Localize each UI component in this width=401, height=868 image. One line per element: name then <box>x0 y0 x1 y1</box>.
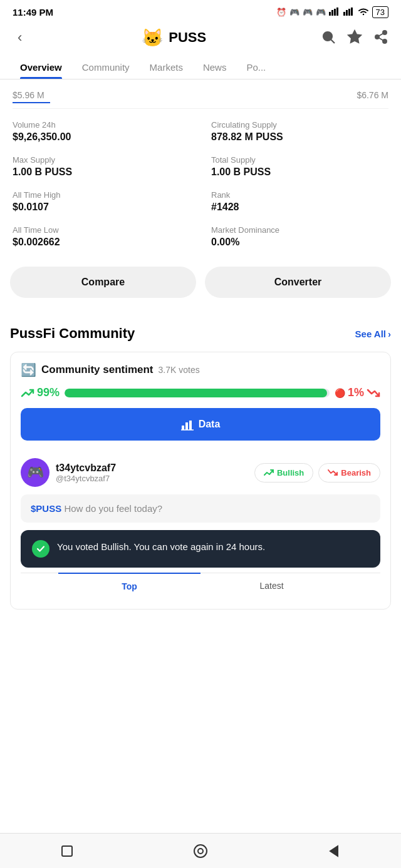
svg-rect-7 <box>351 8 353 16</box>
bullish-vote-button[interactable]: Bullish <box>254 463 313 483</box>
nav-square-button[interactable] <box>58 842 76 860</box>
user-card: 🎮 t34ytcvbzaf7 @t34ytcvbzaf7 Bullish <box>21 451 380 599</box>
question-text: How do you feel today? <box>64 503 162 514</box>
back-button[interactable]: ‹ <box>13 27 27 48</box>
compare-button[interactable]: Compare <box>10 267 196 298</box>
svg-line-15 <box>379 33 383 36</box>
stat-volume: Volume 24h $9,26,350.00 <box>13 114 200 149</box>
user-header: 🎮 t34ytcvbzaf7 @t34ytcvbzaf7 Bullish <box>21 458 380 487</box>
game-icon-3: 🎮 <box>316 8 326 17</box>
status-time: 11:49 PM <box>13 7 53 18</box>
system-nav-bar <box>0 833 401 868</box>
nav-home-button[interactable] <box>192 842 209 860</box>
signal-icon-2 <box>343 7 355 18</box>
svg-rect-20 <box>62 846 72 856</box>
star-icon <box>347 29 362 44</box>
bearish-vote-button[interactable]: Bearish <box>318 463 380 483</box>
bearish-vote-icon <box>328 469 338 477</box>
sentiment-card: 🔄 Community sentiment 3.7K votes 99% 🔴 1… <box>10 352 391 610</box>
sentiment-header: 🔄 Community sentiment 3.7K votes <box>21 362 380 377</box>
stat-all-time-high: All Time High $0.0107 <box>13 184 200 219</box>
ticker-label: $PUSS <box>31 503 61 514</box>
discord-icon: 🎮 <box>289 8 299 17</box>
svg-rect-0 <box>329 12 331 16</box>
bearish-diamond-icon: 🔴 <box>335 388 345 398</box>
sentiment-progress-bar <box>65 389 330 397</box>
data-button[interactable]: Data <box>21 408 380 441</box>
coin-name: PUSS <box>169 29 206 46</box>
toast-check-icon <box>32 540 49 558</box>
tab-community[interactable]: Community <box>72 56 140 79</box>
stat-market-dominance: Market Dominance 0.00% <box>200 219 388 254</box>
post-prompt-text: $PUSS How do you feel today? <box>31 503 370 514</box>
search-button[interactable] <box>321 29 336 46</box>
share-icon <box>373 29 388 44</box>
stat-max-supply: Max Supply 1.00 B PUSS <box>13 149 200 184</box>
sentiment-bar-row: 99% 🔴 1% <box>21 386 380 399</box>
coin-avatar: 🐱 <box>142 28 164 48</box>
svg-rect-18 <box>189 421 192 430</box>
post-tabs: Top Latest <box>21 573 380 599</box>
bullish-vote-icon <box>264 469 274 477</box>
svg-point-13 <box>383 39 387 43</box>
toast-notification: You voted Bullish. You can vote again in… <box>21 530 380 568</box>
stats-section: $5.96 M $6.76 M Volume 24h $9,26,350.00 … <box>0 79 401 254</box>
share-button[interactable] <box>373 29 388 46</box>
partial-left: $5.96 M <box>13 89 50 103</box>
svg-point-21 <box>194 845 207 857</box>
user-avatar: 🎮 <box>21 458 49 487</box>
partial-right: $6.76 M <box>357 89 388 103</box>
sentiment-gauge-icon: 🔄 <box>21 362 36 377</box>
status-bar: 11:49 PM ⏰ 🎮 🎮 🎮 <box>0 0 401 22</box>
post-prompt[interactable]: $PUSS How do you feel today? <box>21 494 380 523</box>
svg-marker-23 <box>330 846 338 856</box>
tab-top[interactable]: Top <box>58 573 200 599</box>
svg-rect-16 <box>182 426 184 430</box>
svg-rect-3 <box>336 8 338 16</box>
bullish-arrow-icon <box>21 387 34 399</box>
tabs-bar: Overview Community Markets News Po... <box>0 56 401 79</box>
blue-underline <box>13 102 50 103</box>
tab-news[interactable]: News <box>193 56 237 79</box>
user-name-block: t34ytcvbzaf7 @t34ytcvbzaf7 <box>56 462 116 483</box>
action-buttons-row: Compare Converter <box>0 254 401 303</box>
tab-markets[interactable]: Markets <box>140 56 193 79</box>
see-all-button[interactable]: See All › <box>355 329 391 339</box>
community-section-title: PussFi Community <box>10 325 135 342</box>
svg-point-8 <box>323 32 332 41</box>
nav-back-button[interactable] <box>325 842 343 860</box>
svg-rect-6 <box>348 9 350 16</box>
stats-grid: Volume 24h $9,26,350.00 Circulating Supp… <box>13 114 388 254</box>
converter-button[interactable]: Converter <box>205 267 391 298</box>
svg-rect-4 <box>343 12 345 16</box>
stat-rank: Rank #1428 <box>200 184 388 219</box>
user-info: 🎮 t34ytcvbzaf7 @t34ytcvbzaf7 <box>21 458 116 487</box>
search-icon <box>321 29 336 44</box>
vote-buttons: Bullish Bearish <box>254 463 380 483</box>
svg-point-22 <box>198 849 203 854</box>
stat-all-time-low: All Time Low $0.002662 <box>13 219 200 254</box>
tab-latest[interactable]: Latest <box>200 573 343 599</box>
svg-rect-5 <box>346 10 348 16</box>
stat-circulating-supply: Circulating Supply 878.82 M PUSS <box>200 114 388 149</box>
favorite-button[interactable] <box>347 29 362 46</box>
partial-top-row: $5.96 M $6.76 M <box>13 89 388 109</box>
community-section: PussFi Community See All › 🔄 Community s… <box>0 313 401 610</box>
tab-portfolio[interactable]: Po... <box>236 56 276 79</box>
sentiment-bar-fill <box>65 389 327 397</box>
svg-point-12 <box>375 35 379 39</box>
toast-message: You voted Bullish. You can vote again in… <box>57 540 265 554</box>
bearish-arrow-icon <box>367 387 380 399</box>
svg-rect-1 <box>331 10 333 16</box>
header-actions <box>321 29 388 46</box>
alarm-icon: ⏰ <box>276 8 286 17</box>
header: ‹ 🐱 PUSS <box>0 22 401 56</box>
svg-line-9 <box>331 39 335 43</box>
header-title-container: 🐱 PUSS <box>142 28 206 48</box>
bullish-percentage: 99% <box>21 386 60 399</box>
stat-total-supply: Total Supply 1.00 B PUSS <box>200 149 388 184</box>
battery-icon: 73 <box>372 6 388 18</box>
signal-icon <box>329 7 340 18</box>
wifi-icon <box>358 7 369 18</box>
tab-overview[interactable]: Overview <box>10 56 72 79</box>
